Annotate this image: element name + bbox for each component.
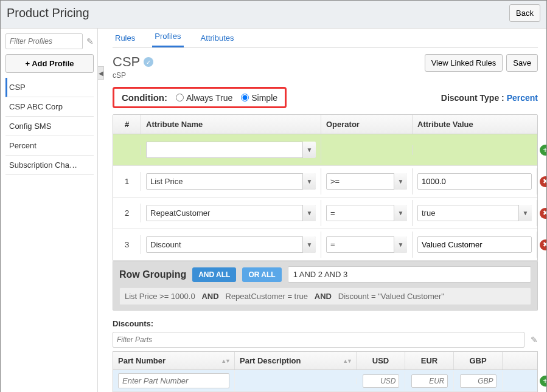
save-button[interactable]: Save: [506, 54, 538, 72]
view-linked-rules-button[interactable]: View Linked Rules: [425, 54, 503, 72]
sidebar-item-percent[interactable]: Percent: [5, 136, 94, 156]
condition-row-3: 3 Discount▼ =▼ ✖: [113, 229, 537, 261]
row3-num: 3: [113, 235, 141, 254]
grouping-expression[interactable]: 1 AND 2 AND 3: [288, 266, 531, 283]
col-attr-value: Attribute Value: [413, 115, 537, 134]
parts-new-row: +: [113, 370, 537, 392]
usd-input[interactable]: [363, 374, 399, 388]
back-button[interactable]: Back: [509, 4, 540, 22]
tab-rules[interactable]: Rules: [113, 33, 138, 47]
row1-num: 1: [113, 172, 141, 191]
sidebar: ✎ + Add Profile CSP CSP ABC Corp Config …: [1, 29, 98, 392]
add-part-icon[interactable]: +: [540, 376, 546, 387]
row3-val-input[interactable]: [417, 236, 532, 253]
radio-always-true[interactable]: Always True: [176, 93, 232, 103]
delete-row2-icon[interactable]: ✖: [540, 208, 546, 219]
condition-box: Condition: Always True Simple: [113, 87, 287, 108]
sort-icon: ▲▼: [343, 358, 351, 364]
condition-new-row: ▼ +: [113, 134, 537, 166]
row3-attr-select[interactable]: Discount▼: [146, 236, 316, 253]
row-grouping-title: Row Grouping: [119, 269, 186, 280]
condition-row-1: 1 List Price▼ >=▼ ✖: [113, 166, 537, 198]
pencil-icon[interactable]: ✎: [86, 36, 94, 46]
delete-row1-icon[interactable]: ✖: [540, 176, 546, 187]
condition-row-2: 2 RepeatCustomer▼ =▼ true▼ ✖: [113, 198, 537, 229]
row1-op-select[interactable]: >=▼: [326, 173, 407, 190]
discounts-label: Discounts:: [113, 319, 538, 328]
page-title: Product Pricing: [7, 6, 89, 20]
sidebar-item-subscription[interactable]: Subscription Cha…: [5, 156, 94, 175]
row-grouping: Row Grouping AND ALL OR ALL 1 AND 2 AND …: [113, 261, 538, 311]
sidebar-item-config-sms[interactable]: Config SMS: [5, 117, 94, 136]
radio-simple-label: Simple: [251, 93, 277, 103]
col-operator: Operator: [321, 115, 413, 134]
col-eur[interactable]: EUR: [405, 352, 454, 370]
sidebar-item-csp-abc[interactable]: CSP ABC Corp: [5, 97, 94, 117]
row2-attr-select[interactable]: RepeatCustomer▼: [146, 205, 316, 221]
discount-type-value[interactable]: Percent: [507, 93, 538, 103]
sort-icon: ▲▼: [221, 358, 229, 364]
gbp-input[interactable]: [460, 374, 496, 388]
add-profile-button[interactable]: + Add Profile: [5, 54, 94, 73]
row1-attr-select[interactable]: List Price▼: [146, 173, 316, 190]
or-all-button[interactable]: OR ALL: [242, 267, 281, 282]
and-all-button[interactable]: AND ALL: [192, 267, 236, 282]
add-row-icon[interactable]: +: [540, 145, 546, 156]
row2-num: 2: [113, 204, 141, 222]
condition-label: Condition:: [122, 92, 167, 103]
grouping-summary: List Price >= 1000.0 AND RepeatCustomer …: [119, 287, 531, 305]
col-gbp[interactable]: GBP: [454, 352, 503, 370]
delete-row3-icon[interactable]: ✖: [540, 239, 546, 250]
part-number-input[interactable]: [118, 373, 229, 388]
radio-simple[interactable]: Simple: [241, 93, 277, 103]
sidebar-collapse-handle[interactable]: ◀: [98, 66, 104, 80]
row2-val-select[interactable]: true▼: [417, 205, 532, 221]
profile-code: cSP: [113, 71, 153, 80]
col-part-description[interactable]: Part Description▲▼: [235, 352, 357, 370]
tab-attributes[interactable]: Attributes: [198, 33, 237, 47]
sidebar-item-csp[interactable]: CSP: [5, 78, 94, 97]
filter-profiles-input[interactable]: [5, 33, 83, 49]
new-attr-select[interactable]: ▼: [146, 142, 316, 158]
row1-val-input[interactable]: [417, 173, 532, 190]
verify-icon: ✓: [144, 57, 153, 67]
pencil-icon[interactable]: ✎: [531, 335, 538, 345]
discount-type-label: Discount Type :: [441, 93, 504, 103]
tab-profiles[interactable]: Profiles: [152, 32, 183, 47]
profile-name: CSP: [113, 54, 140, 70]
tabs: Rules Profiles Attributes: [113, 29, 538, 48]
row3-op-select[interactable]: =▼: [326, 236, 407, 253]
parts-grid: Part Number▲▼ Part Description▲▼ USD EUR…: [113, 351, 538, 392]
col-number: #: [113, 115, 141, 134]
col-part-number[interactable]: Part Number▲▼: [113, 352, 235, 370]
eur-input[interactable]: [411, 374, 448, 388]
row2-op-select[interactable]: =▼: [326, 205, 407, 221]
col-attr-name: Attribute Name: [141, 115, 321, 134]
radio-always-true-label: Always True: [186, 93, 232, 103]
col-usd[interactable]: USD: [357, 352, 405, 370]
condition-grid: # Attribute Name Operator Attribute Valu…: [113, 114, 538, 261]
filter-parts-input[interactable]: [113, 332, 524, 348]
discount-type: Discount Type : Percent: [441, 93, 538, 103]
